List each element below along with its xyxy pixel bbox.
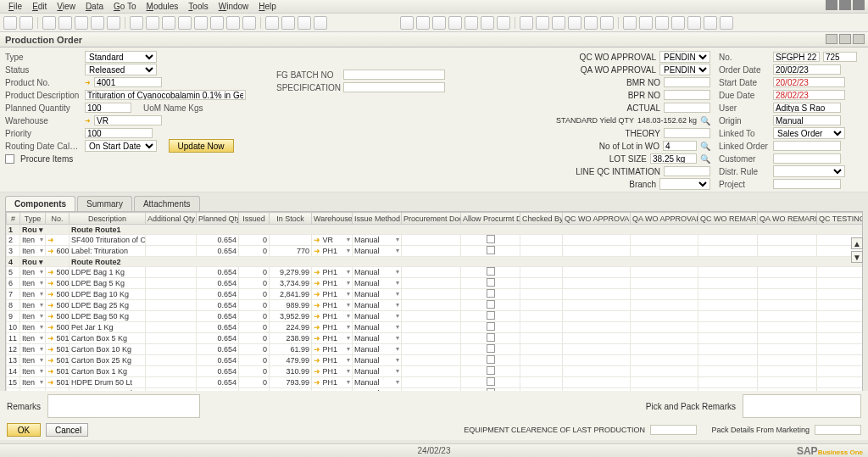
packdet-input[interactable] <box>815 425 861 435</box>
tb-icon[interactable] <box>298 16 311 30</box>
table-row[interactable]: 5Iten➜ 5001LDPE Bag 1 Kg0.65409,279.99➜ … <box>7 267 864 278</box>
tb-icon[interactable] <box>130 16 143 30</box>
lineqc-input[interactable] <box>664 166 710 176</box>
tb-icon[interactable] <box>265 16 279 30</box>
col-header[interactable]: # <box>7 213 20 225</box>
tb-icon[interactable] <box>600 16 614 30</box>
menu-file[interactable]: File <box>3 2 27 11</box>
table-row[interactable]: 6Iten➜ 5002LDPE Bag 5 Kg0.65403,734.99➜ … <box>7 278 864 289</box>
prio-input[interactable] <box>85 128 153 138</box>
link-arrow-icon[interactable]: ➜ <box>85 117 91 125</box>
type-select[interactable]: Standard <box>85 51 157 63</box>
tb-icon[interactable] <box>671 16 685 30</box>
origin-input[interactable] <box>773 115 841 125</box>
tb-icon[interactable] <box>536 16 549 30</box>
tb-icon[interactable] <box>465 16 478 30</box>
qcwo-select[interactable]: PENDING <box>659 51 710 63</box>
col-header[interactable]: QC WO REMARKS <box>698 213 758 225</box>
ok-button[interactable]: OK <box>7 423 41 437</box>
wh-input[interactable] <box>94 115 162 125</box>
fgbatch-input[interactable] <box>343 70 445 80</box>
bmr-input[interactable] <box>664 77 710 87</box>
menu-view[interactable]: View <box>52 2 81 11</box>
search-icon[interactable]: 🔍 <box>700 116 710 125</box>
tb-icon[interactable] <box>416 16 430 30</box>
eqclear-input[interactable] <box>650 425 697 435</box>
menu-goto[interactable]: Go To <box>108 2 142 11</box>
tb-icon[interactable] <box>3 16 17 30</box>
menu-edit[interactable]: Edit <box>27 2 52 11</box>
table-row[interactable]: 2Iten➜ SF400 Trituration of Cya0.6540➜ V… <box>7 235 864 246</box>
menu-help[interactable]: Help <box>253 2 281 11</box>
routing-select[interactable]: On Start Date <box>85 140 157 152</box>
orderdate-input[interactable] <box>773 64 841 75</box>
tb-icon[interactable] <box>704 16 717 30</box>
scroll-down-button[interactable]: ▼ <box>851 251 863 263</box>
tb-icon[interactable] <box>75 16 88 30</box>
col-header[interactable]: QC TESTING DATE <box>817 213 864 225</box>
link-arrow-icon[interactable]: ➜ <box>85 79 91 86</box>
table-row[interactable]: 13Iten➜ 5012Carton Box 25 Kg0.6540479.99… <box>7 355 864 366</box>
col-header[interactable]: Additional Qty <box>146 213 197 225</box>
update-now-button[interactable]: Update Now <box>169 139 234 153</box>
app-window-controls[interactable] <box>826 0 865 10</box>
col-header[interactable]: Checked By <box>520 213 563 225</box>
tb-icon[interactable] <box>91 16 104 30</box>
qawo-select[interactable]: PENDING <box>659 64 710 75</box>
no-series-input[interactable] <box>773 52 820 62</box>
col-header[interactable]: Description <box>70 213 146 225</box>
col-header[interactable]: Issue Method <box>353 213 402 225</box>
col-header[interactable]: Type <box>20 213 46 225</box>
procure-checkbox[interactable] <box>5 154 14 164</box>
tb-icon[interactable] <box>210 16 224 30</box>
inner-window-controls[interactable] <box>826 34 865 44</box>
tb-icon[interactable] <box>19 16 33 30</box>
tab-attachments[interactable]: Attachments <box>134 196 200 211</box>
tb-icon[interactable] <box>623 16 637 30</box>
pickpack-textarea[interactable] <box>743 394 861 418</box>
tb-icon[interactable] <box>720 16 733 30</box>
menu-modules[interactable]: Modules <box>142 2 184 11</box>
menu-tools[interactable]: Tools <box>183 2 213 11</box>
tb-icon[interactable] <box>568 16 581 30</box>
proddesc-input[interactable] <box>85 90 246 100</box>
table-row[interactable]: 1Rou ▾Route Route1 <box>7 225 864 235</box>
menu-window[interactable]: Window <box>214 2 254 11</box>
col-header[interactable]: Planned Qty <box>197 213 239 225</box>
tb-icon[interactable] <box>520 16 533 30</box>
tb-icon[interactable] <box>146 16 159 30</box>
noflot-input[interactable] <box>663 141 697 151</box>
table-row[interactable]: 8Iten➜ 5004LDPE Bag 25 Kg0.6540989.99➜ P… <box>7 300 864 311</box>
col-header[interactable]: No. <box>46 213 70 225</box>
user-input[interactable] <box>773 103 841 113</box>
search-icon[interactable]: 🔍 <box>700 142 710 151</box>
tb-icon[interactable] <box>432 16 446 30</box>
tb-icon[interactable] <box>639 16 653 30</box>
table-row[interactable]: 10Iten➜ 5008Pet Jar 1 Kg0.6540224.99➜ PH… <box>7 322 864 333</box>
planqty-input[interactable] <box>85 103 131 113</box>
tb-icon[interactable] <box>497 16 510 30</box>
branch-select[interactable] <box>659 178 710 190</box>
table-row[interactable]: 3Iten➜ 6001Label: Trituration0.6540770➜ … <box>7 246 864 257</box>
tb-icon[interactable] <box>314 16 327 30</box>
table-row[interactable]: 4Rou ▾Route Route2 <box>7 257 864 267</box>
table-row[interactable]: 12Iten➜ 5011Carton Box 10 Kg0.654061.99➜… <box>7 344 864 355</box>
tb-icon[interactable] <box>481 16 494 30</box>
tb-icon[interactable] <box>584 16 598 30</box>
bpr-input[interactable] <box>664 90 710 100</box>
col-header[interactable]: Procurement Doc. <box>402 213 461 225</box>
col-header[interactable]: QA WO APPROVAL R <box>631 213 698 225</box>
col-header[interactable]: In Stock <box>270 213 312 225</box>
scroll-up-button[interactable]: ▲ <box>851 237 863 249</box>
table-row[interactable]: 11Iten➜ 5010Carton Box 5 Kg0.6540238.99➜… <box>7 333 864 344</box>
tb-icon[interactable] <box>687 16 701 30</box>
spec-input[interactable] <box>343 82 445 92</box>
col-header[interactable]: Issued <box>239 213 270 225</box>
col-header[interactable]: Warehouse <box>312 213 353 225</box>
linkedto-select[interactable]: Sales Order <box>773 127 845 139</box>
project-input[interactable] <box>773 179 841 189</box>
actual-input[interactable] <box>664 103 710 113</box>
tb-icon[interactable] <box>194 16 208 30</box>
table-row[interactable]: 15Iten➜ 5017HDPE Drum 50 Lt0.6540793.99➜… <box>7 377 864 388</box>
table-row[interactable]: 14Iten➜ 5013Carton Box 1 Kg0.6540310.99➜… <box>7 366 864 377</box>
